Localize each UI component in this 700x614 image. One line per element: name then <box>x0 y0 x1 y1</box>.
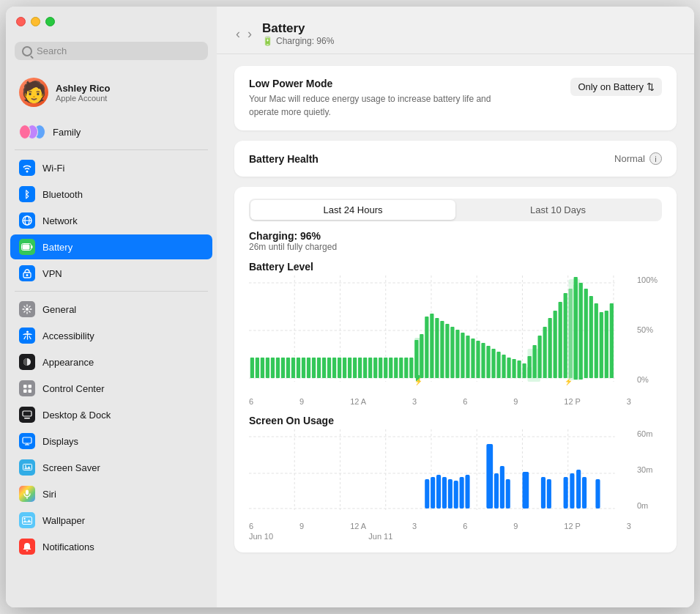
forward-button[interactable]: › <box>246 25 253 43</box>
screen-x-3: 3 <box>412 522 417 530</box>
svg-rect-75 <box>440 321 444 378</box>
battery-x-3: 3 <box>412 397 417 406</box>
low-power-mode-label: Low Power Mode <box>249 78 498 89</box>
sidebar-item-displays[interactable]: Displays <box>10 429 212 454</box>
svg-rect-96 <box>527 356 531 378</box>
back-button[interactable]: ‹ <box>234 25 242 43</box>
svg-rect-48 <box>307 358 310 378</box>
date-jun11: Jun 11 <box>368 532 392 541</box>
svg-rect-144 <box>582 477 587 508</box>
battery-level-chart: ⚡ <box>249 275 634 393</box>
svg-rect-53 <box>332 358 336 378</box>
svg-point-7 <box>26 274 29 276</box>
svg-rect-15 <box>23 411 31 416</box>
family-icon <box>19 124 45 140</box>
svg-rect-12 <box>28 385 31 388</box>
avatar: 🧑 <box>19 78 48 107</box>
svg-rect-130 <box>448 479 453 508</box>
sidebar-item-siri[interactable]: Siri <box>10 481 212 506</box>
wifi-icon <box>19 160 35 176</box>
svg-rect-90 <box>517 360 521 378</box>
search-input[interactable] <box>37 45 201 56</box>
svg-rect-136 <box>500 466 504 508</box>
time-selector: Last 24 Hours Last 10 Days <box>249 199 662 221</box>
apple-account-item[interactable]: 🧑 Ashley Rico Apple Account <box>10 72 212 113</box>
svg-rect-46 <box>297 358 300 378</box>
low-power-mode-card: Low Power Mode Your Mac will reduce ener… <box>234 66 677 130</box>
sidebar-item-wallpaper[interactable]: Wallpaper <box>10 508 212 533</box>
sidebar-item-desktop-dock[interactable]: Desktop & Dock <box>10 402 212 427</box>
battery-chart-area: ⚡ <box>249 275 634 396</box>
svg-rect-64 <box>389 358 392 378</box>
svg-rect-127 <box>431 477 435 508</box>
screen-x-labels: 6 9 12 A 3 6 9 12 P 3 <box>249 520 662 530</box>
sidebar-item-wifi[interactable]: Wi-Fi <box>10 155 212 180</box>
maximize-button[interactable] <box>45 17 55 26</box>
sidebar-network-label: Network <box>42 215 78 226</box>
sidebar-item-battery[interactable]: Battery <box>10 234 212 259</box>
page-title: Battery <box>262 21 334 36</box>
svg-rect-99 <box>543 327 547 378</box>
sidebar-item-general[interactable]: General <box>10 297 212 322</box>
svg-rect-45 <box>291 358 295 378</box>
sidebar-displays-label: Displays <box>42 436 78 447</box>
network-icon <box>19 212 35 229</box>
svg-rect-73 <box>430 314 433 378</box>
svg-point-8 <box>26 308 29 311</box>
screen-y-labels: 60m 30m 0m <box>634 429 662 520</box>
sidebar: 🧑 Ashley Rico Apple Account Family <box>6 7 217 607</box>
sidebar-item-accessibility[interactable]: Accessibility <box>10 323 212 348</box>
svg-text:⚡: ⚡ <box>414 377 422 386</box>
displays-icon <box>19 433 35 449</box>
battery-health-info-button[interactable]: i <box>649 152 662 165</box>
svg-rect-81 <box>471 339 474 378</box>
minimize-button[interactable] <box>31 17 40 26</box>
svg-rect-66 <box>399 358 403 378</box>
last-10-days-button[interactable]: Last 10 Days <box>455 200 660 220</box>
sidebar-vpn-label: VPN <box>42 268 62 279</box>
screen-x-12a: 12 A <box>350 522 366 530</box>
charging-status-text: Charging: 96% <box>276 36 334 46</box>
select-chevron-icon: ⇅ <box>647 81 655 92</box>
screen-usage-chart-area <box>249 429 634 520</box>
svg-rect-129 <box>442 477 447 508</box>
svg-rect-134 <box>486 444 493 508</box>
avatar-emoji: 🧑 <box>21 82 47 103</box>
svg-rect-65 <box>394 358 398 378</box>
svg-rect-24 <box>23 517 32 524</box>
svg-point-21 <box>25 465 26 467</box>
control-center-icon <box>19 380 35 396</box>
svg-rect-41 <box>271 358 275 378</box>
sidebar-item-screen-saver[interactable]: Screen Saver <box>10 455 212 480</box>
battery-chart-card: Last 24 Hours Last 10 Days Charging: 96%… <box>234 187 677 552</box>
screen-y-0m: 0m <box>637 501 662 510</box>
search-bar[interactable] <box>15 42 208 60</box>
sidebar-item-appearance[interactable]: Appearance <box>10 349 212 374</box>
svg-rect-108 <box>574 277 578 380</box>
last-24-hours-button[interactable]: Last 24 Hours <box>250 200 455 220</box>
sidebar-item-control-center[interactable]: Control Center <box>10 376 212 401</box>
svg-rect-63 <box>384 358 387 378</box>
sidebar-item-bluetooth[interactable]: ᛒ Bluetooth <box>10 182 212 207</box>
low-power-mode-select[interactable]: Only on Battery ⇅ <box>570 78 662 96</box>
svg-rect-86 <box>496 352 500 378</box>
sidebar-notifications-label: Notifications <box>42 541 94 552</box>
sidebar-item-network[interactable]: Network <box>10 208 212 233</box>
sidebar-appearance-label: Appearance <box>42 357 94 368</box>
wallpaper-icon <box>19 512 35 528</box>
close-button[interactable] <box>16 17 26 26</box>
svg-rect-58 <box>358 358 362 378</box>
svg-rect-133 <box>465 475 469 508</box>
sidebar-item-family[interactable]: Family <box>10 119 212 144</box>
battery-health-card: Battery Health Normal i <box>234 141 677 177</box>
sidebar-wifi-label: Wi-Fi <box>42 163 64 174</box>
sidebar-item-vpn[interactable]: VPN <box>10 261 212 286</box>
svg-rect-102 <box>559 302 562 378</box>
screen-date-labels: Jun 10 Jun 11 <box>249 530 662 541</box>
svg-rect-20 <box>23 464 31 470</box>
screen-x-6b: 6 <box>463 522 467 530</box>
svg-rect-56 <box>348 358 351 378</box>
sidebar-siri-label: Siri <box>42 489 56 500</box>
sidebar-item-notifications[interactable]: Notifications <box>10 534 212 559</box>
svg-rect-79 <box>461 333 464 378</box>
